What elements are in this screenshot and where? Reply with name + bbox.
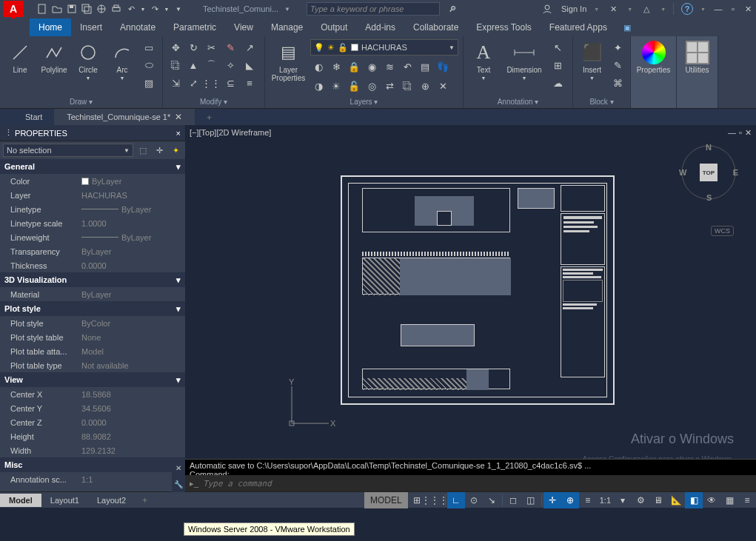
polyline-button[interactable]: Polyline [39,39,70,90]
layer-off-icon[interactable]: ◐ [310,58,327,75]
offset-icon[interactable]: ⊆ [222,75,238,91]
table-icon[interactable]: ⊞ [549,57,566,73]
fillet-icon[interactable]: ⌒ [203,57,219,73]
linetype-field[interactable]: ByLayer [81,205,185,214]
tab-home[interactable]: Home [30,19,71,36]
dyninput-icon[interactable]: ⊕ [561,492,579,508]
sign-in-link[interactable]: Sign In [561,4,586,13]
ellipse-icon[interactable]: ⬭ [141,57,157,73]
wcs-badge[interactable]: WCS [711,226,734,236]
isolate-icon[interactable]: 👁 [703,492,720,508]
annoscale-icon[interactable]: ▾ [614,492,632,508]
layout-add-icon[interactable]: ＋ [135,492,155,508]
lweight-field[interactable]: ByLayer [81,233,185,242]
layout-tab-2[interactable]: Layout2 [88,494,135,507]
group-general[interactable]: General▾ [0,159,185,174]
panel-block-label[interactable]: Block ▾ [578,97,626,107]
chamfer-icon[interactable]: ◣ [241,57,258,73]
layer-thaw-icon[interactable]: ☀ [328,78,344,94]
undo-icon[interactable]: ↶ [124,2,138,16]
vp-minimize-icon[interactable]: — [728,128,736,138]
mirror-icon[interactable]: ▲ [185,57,201,73]
circle-button[interactable]: Circle▼ [73,39,104,90]
plottype-field[interactable]: Not available [81,361,185,370]
tab-express[interactable]: Express Tools [467,19,540,36]
leader-icon[interactable]: ↖ [549,39,566,56]
polar-icon[interactable]: ⊙ [465,492,483,508]
tab-featured[interactable]: Featured Apps [541,19,616,36]
osnap-icon[interactable]: ◻ [504,492,522,508]
select-obj-icon[interactable]: ✛ [153,144,166,157]
layer-match-icon[interactable]: ≋ [381,58,398,75]
edit-block-icon[interactable]: ✎ [609,57,626,73]
tab-manage[interactable]: Manage [262,19,312,36]
search-input[interactable]: Type a keyword or phrase [307,2,440,16]
centerz-field[interactable]: 0.0000 [81,418,185,427]
drawing-canvas[interactable]: [−][Top][2D Wireframe] — ▫ ✕ N S E W TOP… [185,125,756,491]
restore-icon[interactable]: ▫ [728,4,738,14]
panel-annotation-label[interactable]: Annotation ▾ [468,97,568,107]
tab-parametric[interactable]: Parametric [164,19,225,36]
array-icon[interactable]: ⋮⋮ [203,75,219,91]
qat-customize-icon[interactable]: ▼ [172,2,185,16]
viewport-controls[interactable]: [−][Top][2D Wireframe] [190,128,271,137]
lineweight-icon[interactable]: ≡ [579,492,597,508]
group-view[interactable]: View▾ [0,372,185,387]
tab-output[interactable]: Output [312,19,356,36]
tab-annotate[interactable]: Annotate [111,19,164,36]
group-misc[interactable]: Misc▾ [0,457,185,472]
tab-addins[interactable]: Add-ins [356,19,404,36]
layer-uniso-icon[interactable]: ◎ [364,78,380,94]
ltscale-field[interactable]: 1.0000 [81,219,185,228]
layer-lock-icon[interactable]: 🔒 [346,58,362,75]
user-icon[interactable] [541,2,554,16]
properties-button[interactable]: Properties [635,39,672,90]
layer-iso-icon[interactable]: ◉ [364,58,380,75]
explode-icon[interactable]: ✧ [222,57,238,73]
scale-label[interactable]: 1:1 [597,496,614,505]
utilities-button[interactable]: Utilities [681,39,713,90]
properties-close-icon[interactable]: × [176,129,181,138]
plottableatt-field[interactable]: Model [81,347,185,356]
tab-apps-icon[interactable]: ▣ [616,19,638,36]
minimize-icon[interactable]: — [713,4,723,14]
group-plot[interactable]: Plot style▾ [0,301,185,316]
layout-tab-1[interactable]: Layout1 [41,494,88,507]
qp-icon[interactable]: ◧ [685,492,703,508]
gear-icon[interactable]: ⚙ [632,492,649,508]
layer-delete-icon[interactable]: ✕ [435,78,451,94]
layer-field[interactable]: HACHURAS [81,191,185,200]
color-field[interactable]: ByLayer [81,177,185,186]
redo-drop-icon[interactable]: ▼ [163,2,170,16]
undo-drop-icon[interactable]: ▼ [139,2,147,16]
layer-merge-icon[interactable]: ⊕ [417,78,433,94]
layer-state-icon[interactable]: ▤ [417,58,433,75]
new-tab-icon[interactable]: ＋ [201,112,217,123]
plotstyle-field[interactable]: ByColor [81,319,185,328]
selection-combo[interactable]: No selection▼ [3,144,133,157]
3dosnap-icon[interactable]: ◫ [522,492,540,508]
model-toggle-button[interactable]: MODEL [364,492,408,508]
panel-draw-label[interactable]: Draw ▾ [4,97,158,107]
layer-walk-icon[interactable]: 👣 [435,58,451,75]
move-icon[interactable]: ✥ [167,39,184,56]
pickadd-icon[interactable]: ⬚ [136,144,150,157]
web-icon[interactable] [95,2,108,16]
material-field[interactable]: ByLayer [81,290,185,299]
annscale-field[interactable]: 1:1 [81,475,185,484]
panel-modify-label[interactable]: Modify ▾ [167,97,260,107]
create-block-icon[interactable]: ✦ [609,39,626,56]
width-field[interactable]: 129.2132 [81,446,185,455]
erase-icon[interactable]: ✎ [222,39,238,56]
layer-properties-button[interactable]: ▤Layer Properties [270,39,307,90]
scale-icon[interactable]: ⤢ [185,75,201,91]
file-tab-doc[interactable]: Techinstel_Comunique-se 1* ✕ [55,109,195,125]
tab-insert[interactable]: Insert [71,19,111,36]
layer-unlock-icon[interactable]: 🔓 [346,78,362,94]
clean-icon[interactable]: ▦ [720,492,738,508]
panel-layers-label[interactable]: Layers ▾ [270,97,458,107]
cloud-icon[interactable]: ☁ [549,75,566,91]
group-3dviz[interactable]: 3D Visualization▾ [0,272,185,287]
layer-selector[interactable]: 💡☀🔓 HACHURAS ▼ [310,39,458,56]
redo-icon[interactable]: ↷ [148,2,161,16]
